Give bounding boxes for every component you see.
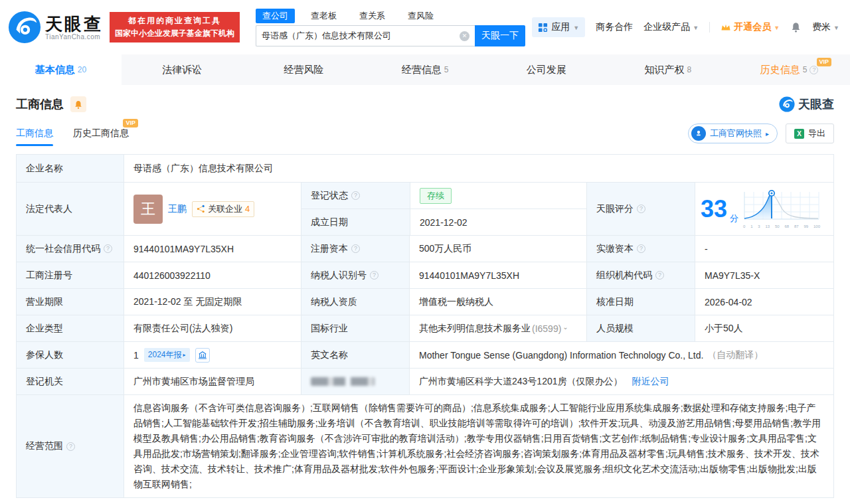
export-label: 导出	[808, 127, 825, 139]
search-input-box	[256, 25, 475, 46]
authority-label: 登记机关	[17, 369, 124, 394]
logo-icon	[779, 96, 795, 112]
nav-cooperation[interactable]: 商务合作	[596, 21, 633, 33]
nearby-companies-link[interactable]: 附近公司	[632, 376, 669, 388]
tab-label: 公司发展	[527, 64, 566, 76]
tab-history-info[interactable]: VIP 历史信息 5	[728, 54, 850, 85]
score-value: 33	[701, 197, 727, 221]
search-tabs: 查公司 查老板 查关系 查风险	[256, 8, 525, 24]
subtab-row: 工商信息 VIP历史工商信息 工商官网快照 导出	[16, 125, 834, 146]
official-snapshot-button[interactable]: 工商官网快照	[688, 124, 778, 143]
subtab-history-business-info[interactable]: VIP历史工商信息	[73, 127, 129, 146]
promo-line-1: 都在用的商业查询工具	[128, 15, 221, 27]
company-type-value: 有限责任公司(法人独资)	[124, 315, 301, 341]
related-companies-tag[interactable]: 关联企业 4	[192, 201, 254, 217]
status-date-cells: 登记状态 存续 成立日期 2021-12-02	[301, 183, 586, 235]
stamp-icon	[691, 126, 706, 141]
apps-menu[interactable]: 应用	[532, 17, 585, 37]
x-tick: 68	[785, 224, 790, 228]
legal-rep-avatar[interactable]: 王	[133, 195, 163, 224]
chevron-down-icon[interactable]	[562, 325, 568, 332]
org-code-label-cell: 组织机构代码	[586, 262, 695, 288]
help-icon[interactable]	[104, 244, 112, 253]
related-label: 关联企业	[208, 203, 242, 215]
annual-report-label: 2024年报	[148, 349, 182, 361]
legal-rep-cell: 王 王鹏 关联企业 4	[124, 183, 301, 235]
reg-status-label-cell: 登记状态	[301, 183, 410, 209]
help-icon[interactable]	[351, 191, 360, 200]
tab-label: 历史信息	[760, 64, 800, 76]
help-icon[interactable]	[637, 244, 645, 253]
tab-legal[interactable]: 法律诉讼	[122, 54, 243, 85]
annual-report-tag[interactable]: 2024年报	[144, 348, 190, 362]
paid-capital-value: -	[695, 236, 833, 262]
score-value-cell[interactable]: 33 分	[695, 183, 833, 235]
user-menu[interactable]: 费米	[812, 21, 839, 33]
monitor-bell-button[interactable]	[70, 96, 86, 112]
tianyancha-logo[interactable]: 天眼查 TianYanCha.com	[8, 11, 103, 44]
tab-count: 20	[78, 65, 86, 74]
social-security-button[interactable]	[195, 348, 210, 363]
caret-down-icon	[693, 25, 699, 31]
auto-translate-note: （自动翻译）	[707, 349, 763, 361]
caret-down-icon	[573, 25, 579, 31]
tab-count: 5	[803, 65, 808, 74]
insured-value-cell: 1 2024年报	[124, 342, 301, 368]
help-icon[interactable]	[809, 66, 818, 74]
paid-capital-label-cell: 实缴资本	[586, 236, 695, 262]
help-icon[interactable]	[66, 442, 75, 451]
authority-value: 广州市黄埔区市场监督管理局	[124, 369, 301, 394]
brand-name: 天眼查	[45, 15, 103, 33]
search-area: 查公司 查老板 查关系 查风险 天眼一下	[256, 8, 525, 46]
redacted-text	[311, 377, 375, 386]
help-icon[interactable]	[655, 271, 664, 280]
search-tab-risk[interactable]: 查风险	[401, 9, 440, 23]
open-vip[interactable]: 开通会员	[721, 21, 780, 33]
tab-operation-risk[interactable]: 经营风险	[243, 54, 365, 85]
reg-status-label: 登记状态	[311, 190, 348, 202]
credit-code-label-cell: 统一社会信用代码	[17, 236, 124, 262]
org-code-label: 组织机构代码	[596, 270, 652, 282]
legal-rep-name-link[interactable]: 王鹏	[168, 203, 187, 215]
tab-intellectual-property[interactable]: 知识产权 8	[607, 54, 728, 85]
tab-company-development[interactable]: 公司发展	[485, 54, 607, 85]
search-tab-company[interactable]: 查公司	[256, 9, 295, 23]
redacted-label-cell	[301, 369, 409, 394]
search-tab-relation[interactable]: 查关系	[353, 9, 392, 23]
tab-basic-info[interactable]: 基本信息 20	[0, 54, 122, 85]
tab-operation-info[interactable]: 经营信息 5	[365, 54, 486, 85]
table-subrow: 登记状态 存续	[301, 183, 586, 209]
export-button[interactable]: 导出	[786, 124, 834, 143]
tax-quality-value: 增值税一般纳税人	[409, 289, 586, 315]
grid-icon	[538, 23, 548, 33]
crown-icon	[721, 23, 731, 32]
business-info-card: 工商信息 天眼查 工商信息 VIP	[0, 85, 850, 498]
subtab-business-info[interactable]: 工商信息	[16, 127, 53, 146]
search-tab-boss[interactable]: 查老板	[304, 9, 343, 23]
address-value: 广州市黄埔区科学大道243号1201房（仅限办公）	[419, 376, 623, 388]
company-name-value: 母语感（广东）信息技术有限公司	[124, 155, 833, 182]
industry-label: 国标行业	[301, 315, 409, 341]
paid-capital-label: 实缴资本	[596, 243, 634, 255]
tax-quality-label: 纳税人资质	[301, 289, 409, 315]
x-tick: 100	[813, 224, 820, 228]
clear-search-icon[interactable]	[460, 31, 469, 41]
table-row: 企业类型 有限责任公司(法人独资) 国标行业 其他未列明信息技术服务业 (I65…	[17, 315, 833, 341]
nav-enterprise[interactable]: 企业级产品	[643, 21, 699, 33]
insured-label: 参保人数	[17, 342, 124, 368]
section-title-row: 工商信息 天眼查	[16, 94, 834, 114]
help-icon[interactable]	[370, 271, 379, 280]
help-icon[interactable]	[637, 205, 645, 213]
help-icon[interactable]	[351, 244, 360, 253]
notification-bell-icon[interactable]	[790, 21, 802, 33]
table-row: 经营范围 信息咨询服务（不含许可类信息咨询服务）;互联网销售（除销售需要许可的商…	[17, 394, 833, 497]
section-title: 工商信息	[16, 96, 64, 112]
divider	[709, 22, 710, 33]
establish-date-label: 成立日期	[301, 209, 410, 235]
search-button[interactable]: 天眼一下	[475, 25, 525, 46]
search-input[interactable]	[256, 31, 460, 41]
x-tick: 1	[750, 224, 752, 228]
tax-id-label-cell: 纳税人识别号	[301, 262, 409, 288]
watermark-text: 天眼查	[798, 96, 834, 112]
status-badge[interactable]: 存续	[420, 188, 452, 204]
